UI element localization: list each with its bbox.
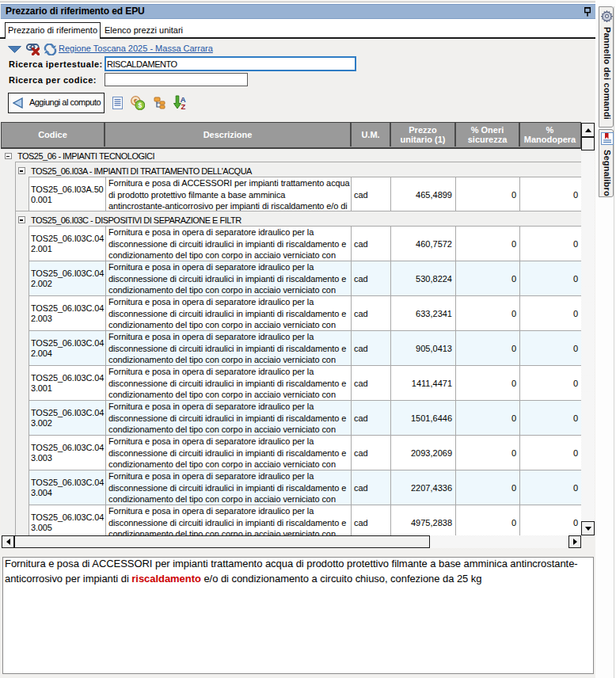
svg-text:Z: Z — [181, 102, 185, 110]
svg-text:$: $ — [138, 101, 142, 109]
